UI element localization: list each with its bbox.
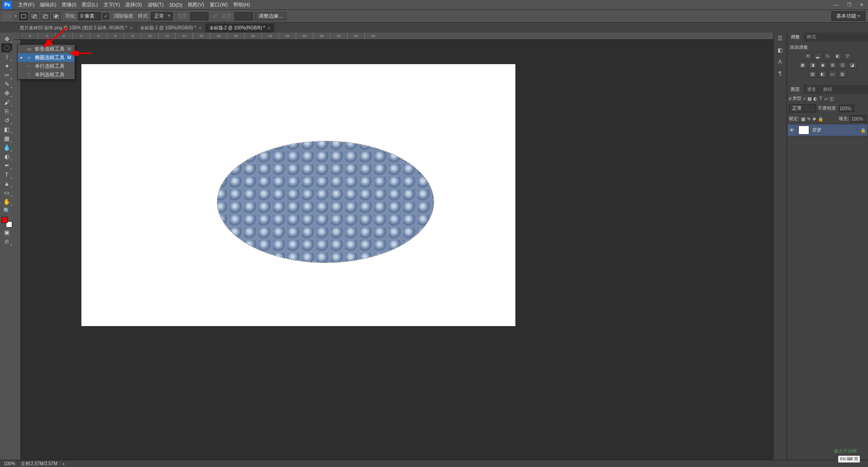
- doc-tab-0[interactable]: 图片素材03 副本.png @ 100% (图层 0 副本, RGB/8) *×: [16, 23, 137, 33]
- document-canvas[interactable]: [81, 64, 515, 326]
- refine-edge-button[interactable]: 调整边缘...: [255, 12, 287, 20]
- lock-trans-icon[interactable]: ▦: [801, 117, 805, 121]
- ruler-origin[interactable]: [14, 33, 21, 40]
- quickmask-tool[interactable]: ▣: [1, 228, 12, 237]
- filter-shape-icon[interactable]: ▱: [824, 96, 828, 101]
- lock-all-icon[interactable]: 🔒: [818, 117, 823, 121]
- move-tool[interactable]: ✥: [1, 34, 12, 43]
- stamp-tool[interactable]: ⎘: [1, 107, 12, 116]
- blur-tool[interactable]: 💧: [1, 143, 12, 152]
- selectivecolor-icon[interactable]: ▥: [839, 70, 847, 78]
- hue-icon[interactable]: ▦: [799, 61, 807, 69]
- vibrance-icon[interactable]: ▽: [844, 52, 852, 60]
- brightness-icon[interactable]: ☀: [804, 52, 812, 60]
- crop-tool[interactable]: ✂: [1, 70, 12, 79]
- maximize-button[interactable]: ❐: [843, 1, 855, 9]
- healing-tool[interactable]: ✙: [1, 89, 12, 98]
- selection-new-button[interactable]: [19, 12, 28, 20]
- curves-icon[interactable]: ∿: [824, 52, 832, 60]
- history-panel-icon[interactable]: ☰: [776, 34, 785, 42]
- marquee-tool[interactable]: [1, 43, 12, 52]
- gradient-tool[interactable]: ▦: [1, 134, 12, 143]
- menu-3d[interactable]: 3D(D): [166, 2, 185, 8]
- menu-edit[interactable]: 编辑(E): [37, 1, 59, 8]
- gradmap-icon[interactable]: ▭: [829, 70, 837, 78]
- selection-subtract-button[interactable]: [41, 12, 50, 20]
- photofilter-icon[interactable]: ◉: [819, 61, 827, 69]
- posterize-icon[interactable]: ▤: [809, 70, 817, 78]
- type-tool[interactable]: T: [1, 170, 12, 179]
- paths-tab[interactable]: 路径: [820, 85, 836, 94]
- history-brush-tool[interactable]: ↺: [1, 116, 12, 125]
- visibility-icon[interactable]: 👁: [789, 127, 796, 133]
- blend-mode-select[interactable]: 正常: [789, 104, 816, 112]
- selection-intersect-button[interactable]: [52, 12, 61, 20]
- menu-type[interactable]: 文字(Y): [101, 1, 123, 8]
- invert-icon[interactable]: ◪: [849, 61, 857, 69]
- ruler-vertical[interactable]: [14, 40, 21, 460]
- zoom-tool[interactable]: 🔍: [1, 206, 12, 215]
- eraser-tool[interactable]: ◧: [1, 125, 12, 134]
- shape-tool[interactable]: ▭: [1, 188, 12, 197]
- lock-pixel-icon[interactable]: ✎: [807, 117, 811, 121]
- fill-input[interactable]: [851, 115, 866, 122]
- channelmix-icon[interactable]: ⊞: [829, 61, 837, 69]
- menu-help[interactable]: 帮助(H): [231, 1, 253, 8]
- color-swatches[interactable]: [1, 217, 12, 228]
- lock-pos-icon[interactable]: ✥: [812, 117, 816, 121]
- menu-image[interactable]: 图像(I): [59, 1, 79, 8]
- close-button[interactable]: ✕: [855, 1, 868, 9]
- foreground-color-swatch[interactable]: [1, 217, 8, 223]
- close-icon[interactable]: ×: [130, 26, 132, 31]
- menu-file[interactable]: 文件(F): [15, 1, 37, 8]
- doc-tab-1[interactable]: 未标题-1 @ 100%(RGB/8) *×: [137, 23, 205, 33]
- pen-tool[interactable]: ✒: [1, 161, 12, 170]
- opacity-input[interactable]: [839, 105, 854, 112]
- channels-tab[interactable]: 通道: [803, 85, 820, 94]
- screenmode-tool[interactable]: ⎚: [1, 237, 12, 246]
- selection-add-button[interactable]: [30, 12, 39, 20]
- style-select[interactable]: 正常 ▾: [151, 12, 173, 20]
- magic-wand-tool[interactable]: ✦: [1, 61, 12, 70]
- path-select-tool[interactable]: ▲: [1, 179, 12, 188]
- filter-pixel-icon[interactable]: ▦: [807, 96, 811, 101]
- layer-name-label[interactable]: 背景: [812, 127, 821, 133]
- filter-smart-icon[interactable]: ◫: [830, 96, 834, 101]
- brush-tool[interactable]: 🖌: [1, 98, 12, 107]
- flyout-ellipse-marquee[interactable]: ○ 椭圆选框工具M: [18, 53, 75, 62]
- adjustments-tab[interactable]: 调整: [787, 33, 803, 42]
- tool-preset-picker[interactable]: [3, 12, 13, 20]
- antialias-checkbox[interactable]: ✓: [103, 13, 109, 19]
- flyout-rect-marquee[interactable]: ▭ 矩形选框工具M: [18, 45, 75, 53]
- menu-select[interactable]: 选择(S): [123, 1, 145, 8]
- filter-adj-icon[interactable]: ◐: [813, 96, 817, 101]
- minimize-button[interactable]: —: [830, 1, 843, 9]
- character-panel-icon[interactable]: A: [776, 58, 785, 66]
- menu-filter[interactable]: 滤镜(T): [145, 1, 166, 8]
- menu-view[interactable]: 视图(V): [185, 1, 207, 8]
- canvas-area[interactable]: -4-2024681012141618202224262830323436: [14, 33, 773, 460]
- dodge-tool[interactable]: ◐: [1, 152, 12, 161]
- doc-tab-2[interactable]: 未标题-2 @ 100%(RGB/8) *×: [206, 23, 274, 33]
- eyedropper-tool[interactable]: ✎: [1, 79, 12, 89]
- flyout-single-col-marquee[interactable]: ⋮ 单列选框工具: [18, 70, 75, 79]
- filter-type-icon[interactable]: T: [819, 96, 822, 101]
- exposure-icon[interactable]: ◐: [834, 52, 842, 60]
- zoom-level[interactable]: 100%: [4, 461, 15, 466]
- workspace-switcher[interactable]: 基本功能 ▾: [831, 11, 865, 21]
- layer-background[interactable]: 👁 背景 🔒: [787, 124, 868, 136]
- properties-panel-icon[interactable]: ◧: [776, 46, 785, 54]
- colorlookup-icon[interactable]: ⊡: [839, 61, 847, 69]
- hand-tool[interactable]: ✋: [1, 197, 12, 206]
- paragraph-panel-icon[interactable]: ¶: [776, 70, 785, 78]
- menu-window[interactable]: 窗口(W): [207, 1, 231, 8]
- layer-thumbnail[interactable]: [798, 126, 809, 135]
- lasso-tool[interactable]: ⌇: [1, 52, 12, 61]
- layers-tab[interactable]: 图层: [787, 85, 803, 94]
- ruler-horizontal[interactable]: -4-2024681012141618202224262830323436: [21, 33, 773, 40]
- close-icon[interactable]: ×: [268, 26, 270, 31]
- close-icon[interactable]: ×: [199, 26, 202, 31]
- bw-icon[interactable]: ◨: [809, 61, 817, 69]
- styles-tab[interactable]: 样式: [803, 33, 820, 42]
- flyout-single-row-marquee[interactable]: ⋯ 单行选框工具: [18, 62, 75, 70]
